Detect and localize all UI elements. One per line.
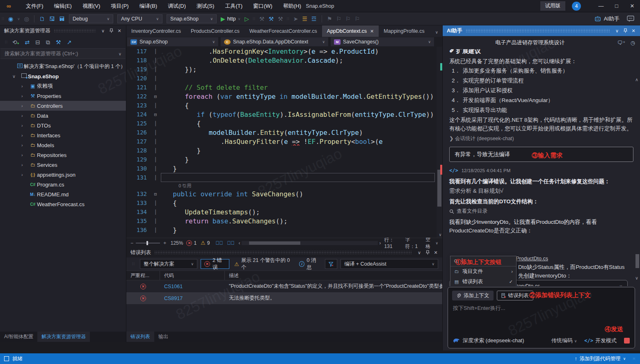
document-tab-MappingProfile.cs[interactable]: MappingProfile.cs	[379, 25, 429, 37]
coding-mode-dropdown[interactable]: 传统编码 ∨	[551, 337, 577, 344]
clear-bookmark-icon[interactable]: ⚐	[354, 16, 360, 22]
breadcrumb-segment-2[interactable]: CSnap.eShop.Data.AppDbContext∨	[221, 37, 328, 46]
indent-icon[interactable]: ☰	[302, 16, 308, 22]
zoom-in-icon[interactable]: ＋	[162, 239, 167, 246]
next-bookmark-icon[interactable]: ⚐	[345, 16, 351, 22]
bookmark-icon[interactable]: ⚑	[327, 16, 332, 22]
panel-tab-解决方案资源管理器[interactable]: 解决方案资源管理器	[37, 332, 90, 342]
tree-project[interactable]: ∨Snap.eShop	[0, 71, 126, 81]
menu-item-9[interactable]: 窗口(W)	[248, 0, 278, 12]
ai-scroll-up-icon[interactable]: ∧	[635, 75, 638, 84]
configuration-dropdown[interactable]: Debug∨	[69, 14, 113, 23]
tree-item-program-cs[interactable]: C#Program.cs	[0, 180, 126, 189]
history-icon[interactable]: ◷	[631, 40, 635, 46]
error-row-1[interactable]: ✕CS1061"ProductCreateDto"未包含"Status"的定义，…	[126, 280, 442, 292]
ai-pin-icon[interactable]	[621, 28, 629, 34]
document-tab-ProductsController.cs[interactable]: ProductsController.cs	[186, 25, 245, 37]
sync-with-active-document-icon[interactable]: ⟲●	[12, 39, 19, 46]
hscroll-left-icon[interactable]: ‹	[238, 240, 240, 246]
navigate-back-icon[interactable]: ◉	[8, 16, 13, 22]
pin-icon[interactable]	[107, 28, 115, 34]
tree-item-controllers[interactable]: ›🗀Controllers	[0, 101, 126, 111]
tree-item-models[interactable]: ›🗀Models	[0, 140, 126, 150]
select-tool-icon[interactable]: ➤	[293, 16, 298, 22]
start-debug-icon[interactable]: ▶	[221, 16, 225, 22]
switch-views-icon[interactable]: ⇄	[25, 39, 30, 46]
error-scope-dropdown[interactable]: 整个解决方案∨	[140, 259, 197, 269]
menu-item-6[interactable]: 调试(D)	[162, 0, 191, 12]
errorlist-dropdown-icon[interactable]: ∨	[415, 250, 423, 255]
errors-filter-button[interactable]: ✕2 错误	[201, 259, 229, 269]
tree-item-repositories[interactable]: ›🗀Repositories	[0, 150, 126, 160]
next-issue-icon[interactable]: ▶⃝	[227, 240, 234, 246]
column-severity[interactable]: 严重程...	[126, 271, 160, 280]
breadcrumb-segment-3[interactable]: MSaveChanges()∨	[331, 37, 434, 46]
ai-scroll-down-icon[interactable]: ∨	[635, 274, 638, 282]
tool-call-line[interactable]: 查看文件目录	[449, 207, 633, 216]
prev-issue-icon[interactable]: ◀⃝	[215, 240, 223, 246]
warnings-filter-button[interactable]: ⚠展示 21 个警告中的 0 个	[233, 257, 294, 271]
tab-close-icon[interactable]: ✕	[370, 29, 374, 34]
menu-item-4[interactable]: 项目(P)	[105, 0, 134, 12]
new-chat-icon[interactable]: 🗨⁺	[617, 40, 626, 46]
error-list-context-chip[interactable]: ✕ 错误列表	[497, 291, 533, 300]
errorlist-pin-icon[interactable]	[423, 250, 432, 255]
context-menu-item-项目文件[interactable]: 🗀项目文件›	[450, 266, 516, 277]
outdent-icon[interactable]: ☲	[311, 16, 317, 22]
add-context-button[interactable]: 添加上下文	[452, 291, 494, 300]
save-all-icon[interactable]: 🖬	[59, 16, 65, 22]
new-file-icon[interactable]: 🗋	[39, 16, 45, 22]
start-without-debug-icon[interactable]: ▷	[245, 16, 249, 22]
editor-vertical-scrollbar[interactable]: ∨	[437, 47, 442, 238]
solution-search-input[interactable]: 搜索解决方案资源管理器 (Ctrl+;) ∨	[0, 48, 126, 59]
navigate-forward-icon[interactable]: ◎	[24, 16, 29, 22]
tree-item-weatherforecast-cs[interactable]: C#WeatherForecast.cs	[0, 199, 126, 209]
prev-bookmark-icon[interactable]: ⚐	[336, 16, 341, 22]
startup-project-dropdown[interactable]: Snap.eShop∨	[167, 14, 217, 23]
back-dropdown-icon[interactable]: ∨	[17, 17, 20, 21]
resize-grip[interactable]: ⁙	[632, 357, 636, 361]
properties-icon[interactable]: ⚒	[56, 39, 61, 46]
panel-dropdown-icon[interactable]: ∨	[99, 28, 107, 34]
breadcrumb-segment-1[interactable]: C#Snap.eShop∨	[127, 37, 218, 46]
tree-item-readme-md[interactable]: M↓README.md	[0, 189, 126, 199]
tree-item-properties[interactable]: ›⚒Properties	[0, 91, 126, 101]
ai-close-icon[interactable]: ✕	[629, 28, 638, 34]
menu-item-5[interactable]: 编译(B)	[134, 0, 162, 12]
ai-assistant-toolbar-button[interactable]: AI助手	[594, 15, 619, 23]
model-selector[interactable]: 深度求索 (deepseek-chat)	[453, 337, 524, 344]
ai-scrollbar-thumb[interactable]	[635, 254, 639, 268]
feedback-icon[interactable]	[627, 16, 634, 22]
codelens-references[interactable]: 0 引用	[161, 183, 191, 189]
panel-close-icon[interactable]: ✕	[115, 28, 123, 34]
error-row-2[interactable]: ✕CS8917无法推断委托类型。	[126, 292, 442, 304]
cancel-build-icon[interactable]: ⚒	[278, 16, 283, 22]
run-profile-label[interactable]: http	[227, 16, 236, 22]
ai-dropdown-icon[interactable]: ∨	[613, 28, 621, 34]
notification-badge[interactable]: 4	[572, 2, 581, 11]
code-block-dropdown-icon[interactable]: ∨	[619, 282, 622, 286]
tree-item-appsettings-json[interactable]: ›{;}appsettings.json	[0, 170, 126, 180]
column-code[interactable]: 代码	[160, 271, 225, 280]
dev-mode-toggle[interactable]: </>开发模式	[584, 337, 617, 344]
tree-item-services[interactable]: ›🗀Services	[0, 160, 126, 170]
save-icon[interactable]: 🖫	[49, 16, 55, 22]
horizontal-scrollbar[interactable]	[242, 241, 377, 245]
menu-item-8[interactable]: 工具(T)	[219, 0, 248, 12]
composer-input[interactable]: 按下Shift+Enter换行...	[448, 300, 635, 316]
tree-item-data[interactable]: ›🗀Data	[0, 111, 126, 121]
menu-item-10[interactable]: 帮助(H)	[278, 0, 306, 12]
code-editor[interactable]: 117│.HasForeignKey<Inventory>(e => e.Pro…	[126, 47, 442, 238]
product-dto-link[interactable]: \ProductDto.cs	[514, 256, 548, 262]
messages-filter-button[interactable]: i0 消息	[297, 257, 322, 271]
tree-item-interfaces[interactable]: ›🗀Interfaces	[0, 130, 126, 140]
session-stats[interactable]: ❯ 会话统计 (deepseek-chat)	[449, 134, 633, 143]
close-button[interactable]: ✕	[624, 0, 640, 12]
minimize-button[interactable]: —	[593, 0, 609, 12]
send-button[interactable]	[624, 338, 630, 344]
show-all-files-icon[interactable]: ⧉	[46, 39, 50, 46]
menu-item-3[interactable]: 视图(V)	[77, 0, 105, 12]
file-link-line[interactable]: \ProductDto.cs	[514, 254, 548, 263]
run-profile-dropdown-icon[interactable]: ∨	[238, 17, 241, 21]
panel-tab-输出[interactable]: 输出	[154, 332, 172, 342]
